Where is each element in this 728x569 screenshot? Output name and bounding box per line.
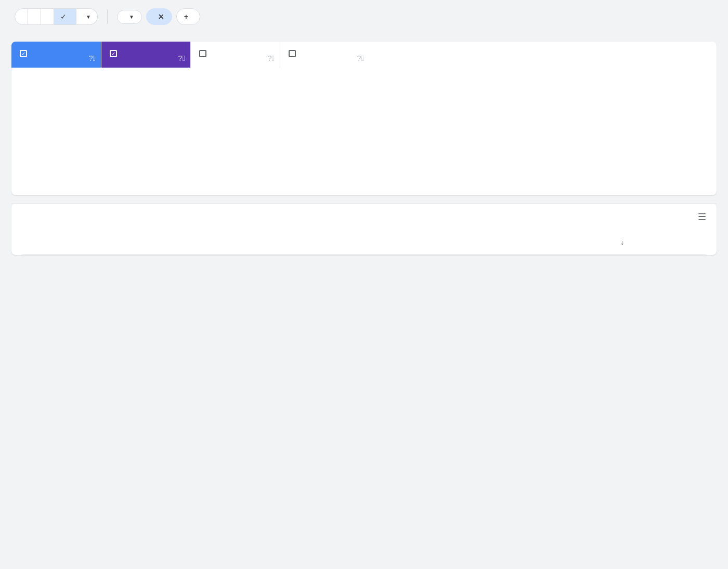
- checkbox-icon: [110, 50, 117, 57]
- help-icon[interactable]: ?⃝: [88, 54, 96, 62]
- plus-icon: +: [184, 12, 188, 21]
- add-filter-button[interactable]: +: [176, 8, 200, 25]
- chevron-down-icon: ▼: [86, 14, 91, 20]
- close-icon[interactable]: ✕: [158, 12, 164, 21]
- checkbox-icon: [199, 50, 206, 57]
- metric-total-clicks[interactable]: ?⃝: [11, 42, 101, 68]
- queries-table: ↓: [11, 230, 717, 255]
- checkbox-icon: [20, 50, 27, 57]
- metric-total-impressions[interactable]: ?⃝: [101, 42, 190, 68]
- search-type-chip[interactable]: ▼: [117, 10, 142, 24]
- range-7d[interactable]: [28, 8, 41, 25]
- checkbox-icon: [289, 50, 296, 57]
- chart-block: [11, 68, 717, 195]
- performance-card: ?⃝ ?⃝ ?⃝ ?⃝: [11, 42, 717, 195]
- col-header-clicks[interactable]: ↓: [621, 238, 627, 246]
- help-icon[interactable]: ?⃝: [178, 54, 185, 62]
- help-icon[interactable]: ?⃝: [267, 54, 275, 62]
- date-range-group: ✓ ▼: [15, 8, 98, 25]
- help-icon[interactable]: ?⃝: [357, 54, 364, 62]
- metric-avg-ctr[interactable]: ?⃝: [190, 42, 280, 68]
- range-more[interactable]: ▼: [76, 8, 98, 25]
- x-axis-labels: [22, 178, 706, 191]
- metrics-row: ?⃝ ?⃝ ?⃝ ?⃝: [11, 42, 717, 68]
- arrow-down-icon: ↓: [621, 238, 625, 246]
- last-update-text: [0, 29, 728, 33]
- range-24h[interactable]: [15, 8, 28, 25]
- metric-avg-position[interactable]: ?⃝: [280, 42, 369, 68]
- toolbar: ✓ ▼ ▼ ✕ +: [0, 0, 728, 29]
- range-3m[interactable]: ✓: [54, 8, 76, 25]
- range-28d[interactable]: [41, 8, 54, 25]
- filter-icon[interactable]: ☰: [698, 211, 706, 223]
- search-appearance-chip[interactable]: ✕: [146, 8, 172, 25]
- check-icon: ✓: [60, 12, 67, 21]
- chevron-down-icon: ▼: [129, 14, 134, 20]
- table-card: ☰ ↓: [11, 203, 717, 255]
- performance-chart: [22, 83, 706, 177]
- table-header: ↓: [22, 230, 706, 255]
- divider: [107, 9, 108, 24]
